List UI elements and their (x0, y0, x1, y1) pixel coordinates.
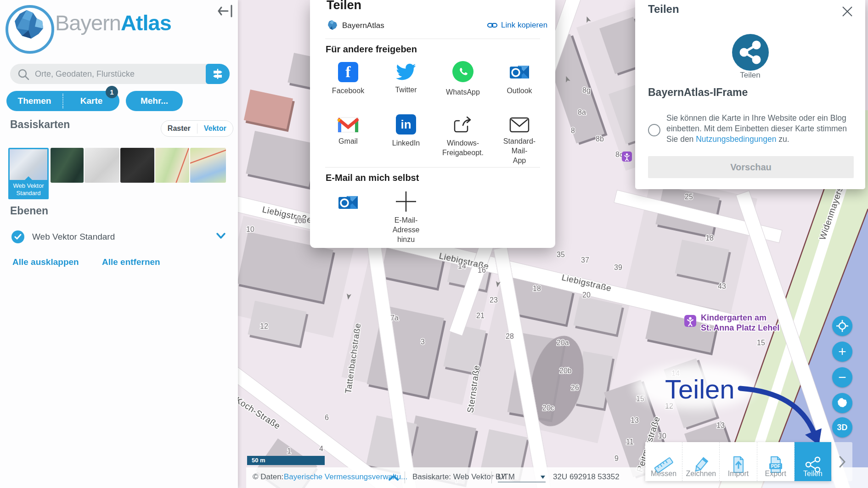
outlook-icon (509, 62, 530, 82)
import-button[interactable]: Import (720, 442, 757, 481)
search-input[interactable] (34, 64, 199, 84)
mouse-coordinates: 32U 692918 53352 (553, 472, 620, 482)
svg-text:20: 20 (582, 291, 591, 299)
app-label: LinkedIn (383, 138, 428, 148)
tab-mehr[interactable]: Mehr... (126, 91, 183, 111)
copy-link-button[interactable]: Link kopieren (485, 20, 550, 30)
svg-text:18: 18 (533, 285, 541, 292)
share-windows-options[interactable]: Windows- Freigabeopt. (438, 114, 488, 158)
share-facebook[interactable]: f Facebook (323, 62, 373, 96)
karte-badge: 1 (106, 86, 118, 98)
add-email-button[interactable]: E-Mail-Adresse hinzu (381, 189, 431, 245)
outlook-icon (338, 192, 359, 213)
svg-text:28: 28 (506, 332, 514, 340)
app-label: Facebook (326, 86, 371, 95)
search-icon (17, 68, 29, 80)
svg-text:20b: 20b (559, 367, 572, 375)
svg-text:25: 25 (685, 193, 693, 201)
toggle-vektor[interactable]: Vektor (197, 124, 233, 133)
close-icon (841, 6, 853, 17)
svg-text:10b: 10b (294, 217, 306, 224)
basemap-thumb-topo2[interactable] (190, 148, 226, 183)
check-icon (14, 234, 22, 240)
twitter-icon (395, 63, 417, 81)
selected-basemap-line1: Web Vektor (13, 182, 44, 189)
expand-all-link[interactable]: Alle ausklappen (12, 257, 79, 267)
terms-link[interactable]: Nutzungsbedingungen (696, 135, 776, 144)
share-outlook[interactable]: Outlook (494, 62, 545, 96)
whatsapp-icon (452, 61, 473, 82)
tool-label: Messen (645, 470, 682, 478)
chevron-right-icon (838, 455, 847, 469)
svg-text:11: 11 (626, 438, 634, 446)
share-gmail[interactable]: Gmail (323, 114, 373, 146)
share-whatsapp[interactable]: WhatsApp (438, 61, 488, 97)
app-label-line2: Freigabeopt. (442, 149, 484, 157)
geolocate-icon (836, 320, 849, 332)
selected-basemap-label: Web Vektor Standard (8, 180, 49, 199)
toolbar-more-button[interactable] (832, 442, 852, 481)
close-panel-button[interactable] (839, 4, 854, 19)
basemap-thumb-gray[interactable] (85, 148, 119, 183)
zoom-out-button[interactable]: − (832, 367, 852, 387)
collapse-attribution-icon[interactable] (388, 474, 400, 482)
basemap-thumb-satellite[interactable] (51, 148, 84, 183)
draw-button[interactable]: Zeichnen (682, 442, 720, 481)
share-linkedin[interactable]: in LinkedIn (381, 114, 431, 148)
svg-text:18: 18 (705, 234, 714, 242)
export-button[interactable]: PDF Export (757, 442, 795, 481)
layer-expand-chevron[interactable] (216, 232, 226, 240)
app-label-line2: App (513, 157, 526, 164)
crs-value: UTM (498, 472, 515, 482)
dialog-title: Teilen (327, 0, 361, 12)
share-circle-icon[interactable] (731, 33, 770, 72)
email-self-heading: E-Mail an mich selbst (326, 173, 419, 183)
share-default-mail[interactable]: Standard-Mail- App (494, 114, 545, 166)
bavaria-app-icon (327, 19, 338, 31)
svg-text:35: 35 (557, 251, 565, 258)
zoom-in-button[interactable]: + (832, 342, 852, 362)
search-advanced-button[interactable] (206, 64, 230, 84)
crs-select[interactable]: UTM (498, 472, 546, 482)
brand-title: BayernAtlas (55, 10, 171, 35)
scale-bar: 50 m (247, 456, 325, 465)
svg-text:PDF: PDF (771, 464, 780, 469)
preview-button[interactable]: Vorschau (648, 156, 854, 178)
svg-text:37: 37 (581, 256, 589, 264)
share-twitter[interactable]: Twitter (381, 62, 431, 95)
svg-text:8: 8 (571, 127, 575, 135)
copy-link-label: Link kopieren (501, 21, 547, 30)
basemap-thumb-topo[interactable] (155, 148, 189, 183)
svg-text:43: 43 (718, 282, 726, 290)
svg-text:20c: 20c (542, 404, 554, 412)
iframe-radio[interactable] (648, 124, 660, 136)
3d-button[interactable]: 3D (832, 417, 852, 438)
bayernatlas-logo (5, 4, 55, 55)
add-email-line2: hinzu (397, 236, 415, 243)
layer-checkbox[interactable] (11, 230, 24, 243)
email-self-outlook[interactable] (323, 192, 373, 213)
divider (325, 167, 540, 168)
share-panel: Teilen Teilen BayernAtlas-IFrame Sie kön… (635, 0, 865, 189)
svg-text:St. Anna Platz Lehel: St. Anna Platz Lehel (701, 323, 779, 332)
share-button[interactable]: Teilen (795, 442, 831, 481)
annotation-teilen-text: Teilen (665, 374, 735, 404)
iframe-description: Sie können die Karte in Ihre Website ode… (666, 113, 859, 145)
iframe-desc-line1: Sie können die Karte in Ihre Website ode… (666, 113, 828, 123)
collapse-sidebar-button[interactable] (215, 2, 235, 20)
measure-button[interactable]: Messen (645, 442, 682, 481)
windows-share-dialog: Teilen BayernAtlas Link kopieren Für and… (310, 0, 555, 248)
geolocate-button[interactable] (832, 316, 852, 336)
basemap-thumb-dark[interactable] (120, 148, 154, 183)
remove-all-link[interactable]: Alle entfernen (102, 257, 160, 267)
iframe-heading: BayernAtlas-IFrame (648, 86, 748, 99)
add-email-line1: E-Mail-Adresse (393, 216, 420, 234)
link-icon (487, 22, 497, 28)
tab-themen[interactable]: Themen (6, 91, 62, 111)
shared-item-name: BayernAtlas (342, 21, 384, 30)
zoom-to-extent-button[interactable] (832, 393, 852, 413)
brand-bayern: Bayern (55, 11, 121, 35)
layer-row: Web Vektor Standard (0, 228, 238, 247)
svg-text:7a: 7a (390, 314, 399, 322)
toggle-raster[interactable]: Raster (161, 124, 197, 133)
